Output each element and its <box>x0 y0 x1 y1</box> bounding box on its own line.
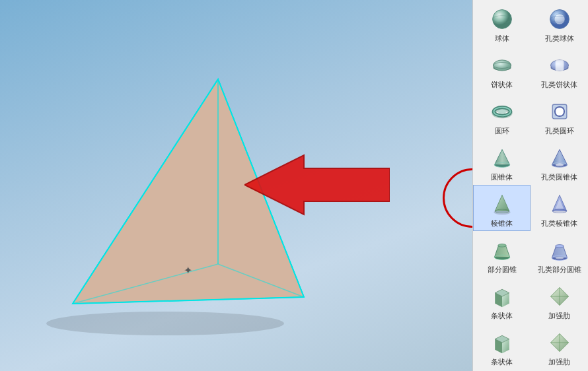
torus-hollow-label: 孔类圆环 <box>545 126 574 135</box>
rib-label: 加强肋 <box>548 311 570 320</box>
pyramid-label: 棱锥体 <box>491 219 513 228</box>
shape-grid: 球体 孔类球体 <box>473 0 588 370</box>
sidebar-item-disk[interactable]: 饼状体 <box>473 46 531 92</box>
sidebar-item-disk-hollow[interactable]: 孔类饼状体 <box>531 46 588 92</box>
shape-sidebar: 球体 孔类球体 <box>472 0 588 371</box>
sphere-label: 球体 <box>495 34 509 43</box>
3d-viewport[interactable]: ✦ <box>0 0 472 371</box>
sidebar-item-rib[interactable]: 加强肋 <box>531 277 588 323</box>
bar-label: 条状体 <box>491 311 513 320</box>
svg-rect-22 <box>555 60 564 71</box>
disk-icon <box>489 52 515 79</box>
svg-point-53 <box>555 244 564 248</box>
annotation-arrow <box>244 152 390 218</box>
svg-point-26 <box>497 109 506 114</box>
sidebar-item-torus-hollow[interactable]: 孔类圆环 <box>531 92 588 139</box>
sphere-icon <box>489 6 515 32</box>
svg-marker-40 <box>495 195 509 211</box>
sidebar-item-bar2[interactable]: 条状体 <box>473 323 531 370</box>
sidebar-item-sphere-hollow[interactable]: 孔类球体 <box>531 0 588 46</box>
torus-hollow-icon <box>546 98 573 125</box>
svg-point-55 <box>555 257 564 259</box>
partial-cone-hollow-label: 孔类部分圆锥 <box>538 265 581 274</box>
disk-label: 饼状体 <box>491 80 513 89</box>
cone-hollow-icon <box>546 145 573 171</box>
sidebar-item-pyramid[interactable]: 棱锥体 <box>473 185 531 231</box>
sidebar-item-partial-cone[interactable]: 部分圆锥 <box>473 231 531 277</box>
bar-icon <box>489 283 515 310</box>
sidebar-item-cone[interactable]: 圆锥体 <box>473 139 531 185</box>
disk-hollow-icon <box>546 52 573 79</box>
svg-rect-28 <box>555 107 564 116</box>
disk-hollow-label: 孔类饼状体 <box>541 80 577 89</box>
sidebar-item-cone-hollow[interactable]: 孔类圆锥体 <box>531 139 588 185</box>
rib2-icon <box>546 329 573 356</box>
sphere-hollow-icon <box>546 6 573 32</box>
sidebar-item-partial-cone-hollow[interactable]: 孔类部分圆锥 <box>531 231 588 277</box>
svg-marker-11 <box>244 155 390 215</box>
pyramid-hollow-icon <box>546 191 573 217</box>
sidebar-item-rib2[interactable]: 加强肋 <box>531 323 588 370</box>
partial-cone-icon <box>489 237 515 263</box>
pyramid-hollow-label: 孔类棱锥体 <box>541 219 577 228</box>
svg-text:✦: ✦ <box>184 265 192 276</box>
pyramid-icon <box>489 191 515 217</box>
sidebar-item-torus[interactable]: 圆环 <box>473 92 531 139</box>
bar2-label: 条状体 <box>491 357 513 366</box>
bar2-icon <box>489 329 515 356</box>
partial-cone-hollow-icon <box>546 238 573 264</box>
svg-point-0 <box>46 312 284 335</box>
torus-label: 圆环 <box>495 126 509 135</box>
partial-cone-label: 部分圆锥 <box>488 265 517 274</box>
rib-icon <box>546 283 573 310</box>
sphere-hollow-label: 孔类球体 <box>545 34 574 43</box>
svg-point-49 <box>497 244 506 247</box>
svg-point-15 <box>554 14 564 24</box>
svg-point-36 <box>555 163 564 166</box>
cone-icon <box>489 145 515 171</box>
sidebar-item-bar[interactable]: 条状体 <box>473 277 531 323</box>
cone-hollow-label: 孔类圆锥体 <box>541 172 577 182</box>
sidebar-item-sphere[interactable]: 球体 <box>473 0 531 46</box>
svg-point-18 <box>493 60 511 71</box>
rib2-label: 加强肋 <box>548 357 570 366</box>
cone-label: 圆锥体 <box>491 172 513 182</box>
torus-icon <box>489 98 515 125</box>
sidebar-item-pyramid-hollow[interactable]: 孔类棱锥体 <box>531 185 588 231</box>
svg-point-12 <box>492 9 511 28</box>
annotation-circle <box>443 168 472 228</box>
